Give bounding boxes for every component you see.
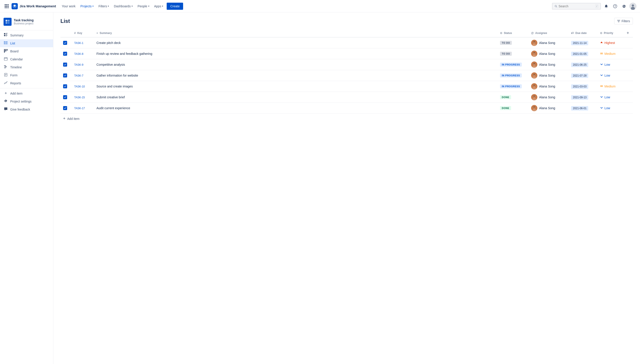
row-checkbox[interactable] — [63, 74, 67, 78]
table-row[interactable]: TASK-7 Gather information for website IN… — [60, 70, 633, 81]
sidebar-divider-2 — [0, 88, 53, 88]
settings-button[interactable] — [620, 3, 627, 10]
row-key-cell[interactable]: TASK-9 — [72, 59, 94, 70]
add-item-row[interactable]: + Add item — [60, 114, 633, 124]
row-checkbox-cell[interactable] — [60, 81, 72, 92]
row-status-cell[interactable]: IN PROGRESS — [497, 81, 528, 92]
row-checkbox[interactable] — [63, 62, 67, 66]
status-badge[interactable]: TO DO — [500, 41, 512, 45]
apps-chevron-icon: ▾ — [162, 5, 163, 7]
app-logo[interactable]: Jira Work Management — [12, 3, 56, 9]
row-status-cell[interactable]: DONE — [497, 103, 528, 114]
table-row[interactable]: TASK-1 Create pitch deck TO DO — [60, 37, 633, 48]
task-key[interactable]: TASK-7 — [74, 74, 83, 77]
row-key-cell[interactable]: TASK-15 — [72, 92, 94, 103]
row-checkbox-cell[interactable] — [60, 48, 72, 59]
priority-icon — [600, 41, 603, 45]
assignee-name: Alana Song — [539, 74, 555, 77]
status-badge[interactable]: DONE — [500, 95, 511, 99]
nav-people[interactable]: People ▾ — [135, 3, 152, 9]
table-row[interactable]: TASK-9 Competitive analysis IN PROGRESS — [60, 59, 633, 70]
row-key-cell[interactable]: TASK-8 — [72, 48, 94, 59]
sidebar-item-form[interactable]: Form — [0, 71, 53, 79]
row-checkbox-cell[interactable] — [60, 59, 72, 70]
topnav-navigation: Your work Projects ▾ Filters ▾ Dashboard… — [60, 3, 551, 10]
nav-your-work[interactable]: Your work — [60, 3, 78, 9]
assignee-avatar — [531, 105, 537, 111]
row-duedate-cell: 2021-07-28 — [568, 70, 597, 81]
sidebar-item-add-item[interactable]: + Add item — [0, 89, 53, 98]
row-duedate-cell: 2021-11-14 — [568, 37, 597, 48]
row-status-cell[interactable]: IN PROGRESS — [497, 59, 528, 70]
nav-projects[interactable]: Projects ▾ — [78, 3, 96, 9]
row-checkbox[interactable] — [63, 52, 67, 56]
nav-apps[interactable]: Apps ▾ — [152, 3, 165, 9]
task-key[interactable]: TASK-1 — [74, 42, 83, 44]
row-status-cell[interactable]: TO DO — [497, 37, 528, 48]
table-row[interactable]: TASK-15 Submit creative brief DONE — [60, 92, 633, 103]
main-header: List Filters — [60, 18, 633, 24]
sidebar-item-give-feedback[interactable]: Give feedback — [0, 106, 53, 114]
table-row[interactable]: TASK-8 Finish up review and feedback gat… — [60, 48, 633, 59]
grid-icon[interactable] — [4, 3, 10, 9]
nav-filters[interactable]: Filters ▾ — [96, 3, 111, 9]
row-checkbox[interactable] — [63, 95, 67, 99]
svg-rect-35 — [4, 58, 7, 60]
row-checkbox-cell[interactable] — [60, 70, 72, 81]
row-key-cell[interactable]: TASK-7 — [72, 70, 94, 81]
status-badge[interactable]: DONE — [500, 106, 511, 110]
search-input[interactable] — [558, 4, 594, 8]
task-key[interactable]: TASK-17 — [74, 107, 85, 110]
table-row[interactable]: TASK-10 Source and create images IN PROG… — [60, 81, 633, 92]
task-key[interactable]: TASK-15 — [74, 96, 85, 99]
row-key-cell[interactable]: TASK-10 — [72, 81, 94, 92]
task-key[interactable]: TASK-10 — [74, 85, 85, 88]
sidebar-item-timeline[interactable]: Timeline — [0, 63, 53, 71]
calendar-icon — [4, 57, 8, 62]
row-key-cell[interactable]: TASK-1 — [72, 37, 94, 48]
row-checkbox-cell[interactable] — [60, 92, 72, 103]
svg-rect-20 — [4, 33, 5, 34]
dashboards-chevron-icon: ▾ — [132, 5, 133, 7]
key-hash-icon: # — [74, 32, 76, 34]
sidebar-item-project-settings[interactable]: Project settings — [0, 98, 53, 106]
status-badge[interactable]: IN PROGRESS — [500, 62, 522, 66]
status-badge[interactable]: IN PROGRESS — [500, 84, 522, 88]
row-actions-cell — [624, 70, 633, 81]
sidebar-item-board[interactable]: Board — [0, 47, 53, 55]
row-status-cell[interactable]: DONE — [497, 92, 528, 103]
sidebar-item-list[interactable]: List — [0, 39, 53, 47]
status-badge[interactable]: TO DO — [500, 52, 512, 56]
notifications-button[interactable] — [603, 3, 610, 10]
user-avatar[interactable] — [629, 3, 636, 10]
row-status-cell[interactable]: IN PROGRESS — [497, 70, 528, 81]
status-badge[interactable]: IN PROGRESS — [500, 74, 522, 78]
filters-icon — [617, 20, 620, 23]
sidebar-item-calendar[interactable]: Calendar — [0, 55, 53, 63]
assignee-avatar — [531, 83, 537, 90]
row-status-cell[interactable]: TO DO — [497, 48, 528, 59]
task-key[interactable]: TASK-9 — [74, 63, 83, 66]
assignee-cell: Alana Song — [531, 83, 566, 90]
row-key-cell[interactable]: TASK-17 — [72, 103, 94, 114]
app-layout: Task tracking Business project Summary L… — [0, 12, 640, 364]
help-button[interactable]: ? — [611, 3, 619, 10]
row-checkbox[interactable] — [63, 84, 67, 88]
add-column-icon[interactable]: + — [627, 31, 629, 35]
filters-button[interactable]: Filters — [614, 18, 633, 24]
col-header-add[interactable]: + — [624, 29, 633, 37]
table-row[interactable]: TASK-17 Audit current experience DONE — [60, 103, 633, 114]
assignee-name: Alana Song — [539, 96, 555, 99]
row-checkbox[interactable] — [63, 106, 67, 110]
sidebar-item-reports[interactable]: Reports — [0, 79, 53, 87]
row-checkbox-cell[interactable] — [60, 37, 72, 48]
nav-dashboards[interactable]: Dashboards ▾ — [112, 3, 135, 9]
sidebar-item-summary[interactable]: Summary — [0, 31, 53, 39]
search-box[interactable]: / — [552, 3, 601, 10]
row-checkbox-cell[interactable] — [60, 103, 72, 114]
priority-icon — [600, 52, 603, 56]
row-checkbox[interactable] — [63, 41, 67, 45]
create-button[interactable]: Create — [167, 3, 183, 10]
task-key[interactable]: TASK-8 — [74, 52, 83, 56]
svg-rect-1 — [6, 4, 7, 5]
